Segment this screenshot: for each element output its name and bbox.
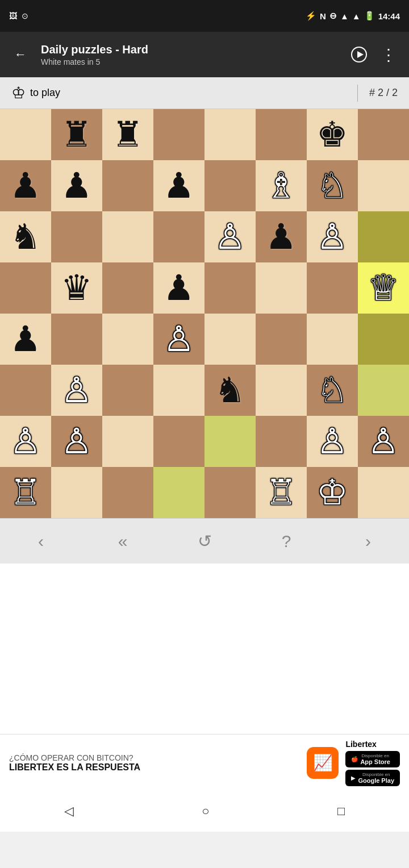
cell-7-6[interactable]: ♔ <box>307 467 358 518</box>
back-button[interactable]: ← <box>9 43 32 66</box>
first-button[interactable]: « <box>100 524 145 558</box>
nfc-icon: N <box>320 11 326 21</box>
cell-3-3[interactable]: ♟ <box>153 262 204 314</box>
cell-7-3[interactable] <box>153 467 204 518</box>
system-back-button[interactable]: ◁ <box>64 804 74 819</box>
cell-2-6[interactable]: ♙ <box>307 211 358 262</box>
cell-0-2[interactable]: ♜ <box>102 109 153 160</box>
white-space <box>0 564 409 734</box>
cell-0-0[interactable] <box>0 109 51 160</box>
cell-1-1[interactable]: ♟ <box>51 160 102 211</box>
cell-5-2[interactable] <box>102 365 153 416</box>
cell-4-2[interactable] <box>102 314 153 365</box>
hint-button[interactable]: ? <box>264 524 309 558</box>
cell-5-4[interactable]: ♞ <box>204 365 256 416</box>
cell-5-1[interactable]: ♙ <box>51 365 102 416</box>
cell-3-6[interactable] <box>307 262 358 314</box>
cell-0-5[interactable] <box>256 109 307 160</box>
cell-1-6[interactable]: ♘ <box>307 160 358 211</box>
cell-0-6[interactable]: ♚ <box>307 109 358 160</box>
puzzle-number: # 2 / 2 <box>369 87 398 99</box>
cell-6-1[interactable]: ♙ <box>51 416 102 467</box>
piece-1-0: ♟ <box>10 168 41 203</box>
system-recent-button[interactable]: □ <box>337 804 345 819</box>
cell-7-7[interactable] <box>358 467 409 518</box>
cell-2-4[interactable]: ♙ <box>204 211 256 262</box>
play-store-name: Google Play <box>358 777 394 784</box>
cell-1-0[interactable]: ♟ <box>0 160 51 211</box>
cell-4-7[interactable] <box>358 314 409 365</box>
cell-2-7[interactable] <box>358 211 409 262</box>
cell-5-0[interactable] <box>0 365 51 416</box>
cell-4-3[interactable]: ♙ <box>153 314 204 365</box>
cell-1-3[interactable]: ♟ <box>153 160 204 211</box>
cell-4-0[interactable]: ♟ <box>0 314 51 365</box>
cell-7-1[interactable] <box>51 467 102 518</box>
ad-brand-stores: Libertex 🍎 Disponible en App Store ▶ Dis… <box>345 740 400 786</box>
cell-0-3[interactable] <box>153 109 204 160</box>
cell-4-1[interactable] <box>51 314 102 365</box>
cell-5-5[interactable] <box>256 365 307 416</box>
piece-0-1: ♜ <box>61 117 93 152</box>
cell-0-7[interactable] <box>358 109 409 160</box>
nav-bar: ‹ « ↺ ? › <box>0 518 409 564</box>
cell-4-4[interactable] <box>204 314 256 365</box>
cell-1-7[interactable] <box>358 160 409 211</box>
piece-2-5: ♟ <box>265 219 297 254</box>
cell-3-7[interactable]: ♕ <box>358 262 409 314</box>
cell-3-4[interactable] <box>204 262 256 314</box>
cell-3-0[interactable] <box>0 262 51 314</box>
prev-button[interactable]: ‹ <box>18 524 64 558</box>
ad-logo-icon: 📈 <box>313 753 333 772</box>
piece-7-5: ♖ <box>265 475 297 510</box>
chess-board[interactable]: ♜♜♚♟♟♟♗♘♞♙♟♙♛♟♕♟♙♙♞♘♙♙♙♙♖♖♔ <box>0 109 409 518</box>
cell-7-0[interactable]: ♖ <box>0 467 51 518</box>
wifi-icon: ▲ <box>340 11 349 21</box>
cell-7-2[interactable] <box>102 467 153 518</box>
cell-0-4[interactable] <box>204 109 256 160</box>
ad-banner[interactable]: ¿CÓMO OPERAR CON BITCOIN? LIBERTEX ES LA… <box>0 734 409 791</box>
cell-6-0[interactable]: ♙ <box>0 416 51 467</box>
cell-0-1[interactable]: ♜ <box>51 109 102 160</box>
cell-2-5[interactable]: ♟ <box>256 211 307 262</box>
ad-brand-name: Libertex <box>345 740 376 749</box>
piece-3-7: ♕ <box>368 270 399 306</box>
play-button[interactable] <box>348 43 370 66</box>
cell-3-5[interactable] <box>256 262 307 314</box>
cell-3-1[interactable]: ♛ <box>51 262 102 314</box>
cell-6-4[interactable] <box>204 416 256 467</box>
cell-2-0[interactable]: ♞ <box>0 211 51 262</box>
cell-3-2[interactable] <box>102 262 153 314</box>
cell-1-2[interactable] <box>102 160 153 211</box>
app-store-button[interactable]: 🍎 Disponible en App Store <box>345 751 400 767</box>
cell-6-3[interactable] <box>153 416 204 467</box>
next-button[interactable]: › <box>345 524 391 558</box>
cell-1-5[interactable]: ♗ <box>256 160 307 211</box>
status-bar-right: ⚡ N ⊖ ▲ ▲ 🔋 14:44 <box>306 11 400 21</box>
cell-6-6[interactable]: ♙ <box>307 416 358 467</box>
ad-text: ¿CÓMO OPERAR CON BITCOIN? LIBERTEX ES LA… <box>9 753 300 773</box>
camera-icon: ⊙ <box>22 11 28 20</box>
cell-6-5[interactable] <box>256 416 307 467</box>
piece-2-6: ♙ <box>316 219 348 254</box>
cell-2-2[interactable] <box>102 211 153 262</box>
cell-5-3[interactable] <box>153 365 204 416</box>
cell-7-4[interactable] <box>204 467 256 518</box>
cell-2-3[interactable] <box>153 211 204 262</box>
cell-7-5[interactable]: ♖ <box>256 467 307 518</box>
cell-4-6[interactable] <box>307 314 358 365</box>
cell-6-7[interactable]: ♙ <box>358 416 409 467</box>
ad-line1: ¿CÓMO OPERAR CON BITCOIN? <box>9 753 300 762</box>
more-button[interactable]: ⋮ <box>377 43 400 66</box>
cell-6-2[interactable] <box>102 416 153 467</box>
undo-button[interactable]: ↺ <box>182 524 227 558</box>
cell-5-7[interactable] <box>358 365 409 416</box>
cell-2-1[interactable] <box>51 211 102 262</box>
piece-1-6: ♘ <box>316 168 348 203</box>
cell-1-4[interactable] <box>204 160 256 211</box>
cell-4-5[interactable] <box>256 314 307 365</box>
ad-stores: 🍎 Disponible en App Store ▶ Disponible e… <box>345 751 400 786</box>
system-home-button[interactable]: ○ <box>202 804 209 819</box>
play-store-button[interactable]: ▶ Disponible en Google Play <box>345 770 400 786</box>
cell-5-6[interactable]: ♘ <box>307 365 358 416</box>
